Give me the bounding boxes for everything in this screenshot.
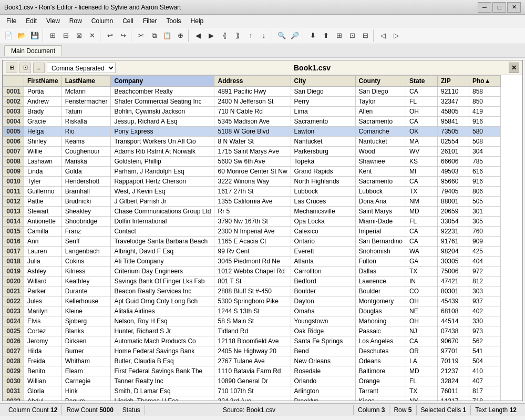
firstname-cell[interactable]: Stewart (24, 207, 62, 217)
col-company[interactable]: Company (111, 76, 214, 87)
col-state[interactable]: State (406, 76, 437, 87)
tb7-button[interactable]: ▶ (205, 29, 218, 42)
zip-cell[interactable]: 70119 (437, 356, 469, 366)
phone-cell[interactable]: 304 (469, 147, 500, 157)
city-cell[interactable]: Omaha (291, 306, 355, 316)
table-row[interactable]: 0006ShirleyKeamsTransport Workers Un Afl… (3, 137, 501, 147)
zip-cell[interactable]: 11217 (437, 396, 469, 401)
lastname-cell[interactable]: Cokins (61, 257, 111, 267)
menu-item-view[interactable]: View (42, 16, 64, 26)
city-cell[interactable]: Lima (291, 107, 355, 117)
state-cell[interactable]: WV (406, 147, 437, 157)
firstname-cell[interactable]: Abdul (24, 396, 62, 401)
phone-cell[interactable]: 806 (469, 187, 500, 197)
address-cell[interactable]: 99 Rv Cent (214, 247, 291, 257)
firstname-cell[interactable]: Tyler (24, 177, 62, 187)
firstname-cell[interactable]: Julia (24, 257, 62, 267)
city-cell[interactable]: Boulder (291, 286, 355, 296)
county-cell[interactable]: Orange (355, 376, 406, 386)
state-cell[interactable]: TX (406, 267, 437, 276)
format-dropdown[interactable]: Comma Separated Tab Separated Fixed Widt… (47, 63, 116, 73)
lastname-cell[interactable]: Shoobridge (61, 217, 111, 227)
sheet-close-button[interactable]: ✕ (509, 63, 519, 73)
address-cell[interactable]: 3045 Piedmont Rd Ne (214, 257, 291, 267)
city-cell[interactable]: San Diego (291, 87, 355, 97)
county-cell[interactable]: Imperial (355, 227, 406, 237)
address-cell[interactable]: 3222 Winona Way (214, 177, 291, 187)
city-cell[interactable]: Bend (291, 346, 355, 356)
table-row[interactable]: 0022JulesKellerhouseApt Guid Orng Cnty L… (3, 296, 501, 306)
tb8-button[interactable]: ⟪ (218, 29, 231, 42)
company-cell[interactable]: Dolfin International (111, 217, 214, 227)
table-row[interactable]: 0002AndrewFenstermacherShafer Commercial… (3, 97, 501, 107)
state-cell[interactable]: CA (406, 87, 437, 97)
open-button[interactable]: 📂 (15, 29, 28, 42)
table-row[interactable]: 0005HelgaRioPony Express5108 W Gore Blvd… (3, 127, 501, 137)
menu-item-column[interactable]: Column (87, 16, 117, 26)
zip-cell[interactable]: 07438 (437, 326, 469, 336)
firstname-cell[interactable]: Freida (24, 356, 62, 366)
firstname-cell[interactable]: Gracie (24, 117, 62, 127)
state-cell[interactable]: OH (406, 316, 437, 326)
lastname-cell[interactable]: Eleam (61, 366, 111, 376)
county-cell[interactable]: Douglas (355, 306, 406, 316)
firstname-cell[interactable]: Ashley (24, 267, 62, 276)
zip-cell[interactable]: 47421 (437, 276, 469, 286)
minimize-button[interactable]: ─ (478, 2, 491, 13)
state-cell[interactable]: LA (406, 356, 437, 366)
address-cell[interactable]: 10890 General Dr (214, 376, 291, 386)
table-row[interactable]: 0009LindaGoldaParham, J Randolph Esq60 M… (3, 167, 501, 177)
lastname-cell[interactable]: Carnegie (61, 376, 111, 386)
state-cell[interactable]: OH (406, 107, 437, 117)
table-row[interactable]: 0027HildaBurnerHome Federal Savings Bank… (3, 346, 501, 356)
company-cell[interactable]: Bohlin, Cywinski Jackson (111, 107, 214, 117)
county-cell[interactable]: Lawrence (355, 276, 406, 286)
state-cell[interactable]: OK (406, 127, 437, 137)
county-cell[interactable]: San Diego (355, 87, 406, 97)
maximize-button[interactable]: □ (492, 2, 506, 13)
lastname-cell[interactable]: Kleine (61, 306, 111, 316)
table-row[interactable]: 0001PortiaMcfannBeachcomber Realty4891 P… (3, 87, 501, 97)
city-cell[interactable]: Nantucket (291, 137, 355, 147)
company-cell[interactable]: West, J Kevin Esq (111, 187, 214, 197)
zip-cell[interactable]: 33054 (437, 217, 469, 227)
address-cell[interactable]: 5345 Madison Ave (214, 117, 291, 127)
company-cell[interactable]: Butler, Claudia B Esq (111, 356, 214, 366)
state-cell[interactable]: MI (406, 167, 437, 177)
table-container[interactable]: FirstName LastName Company Address City … (3, 75, 522, 401)
zip-cell[interactable]: 49503 (437, 167, 469, 177)
firstname-cell[interactable]: Jules (24, 296, 62, 306)
county-cell[interactable]: San Bernardino (355, 237, 406, 247)
tb14-button[interactable]: ⊟ (359, 29, 372, 42)
tb4-button[interactable]: ✕ (86, 29, 98, 42)
menu-item-row[interactable]: Row (65, 16, 86, 26)
lastname-cell[interactable]: Tatum (61, 107, 111, 117)
phone-cell[interactable]: 812 (469, 276, 500, 286)
county-cell[interactable]: Orleans (355, 356, 406, 366)
zip-cell[interactable]: 32824 (437, 376, 469, 386)
company-cell[interactable]: J Gilbert Parrish Jr (111, 197, 214, 207)
state-cell[interactable]: GA (406, 257, 437, 267)
phone-cell[interactable]: 505 (469, 197, 500, 207)
state-cell[interactable]: WA (406, 247, 437, 257)
firstname-cell[interactable]: Camilla (24, 227, 62, 237)
firstname-cell[interactable]: Willard (24, 276, 62, 286)
zip-cell[interactable]: 20659 (437, 207, 469, 217)
state-cell[interactable]: OR (406, 346, 437, 356)
company-cell[interactable]: Apt Guid Orng Cnty Long Bch (111, 296, 214, 306)
firstname-cell[interactable]: Antionette (24, 217, 62, 227)
zip-cell[interactable]: 88001 (437, 197, 469, 207)
firstname-cell[interactable]: Willian (24, 376, 62, 386)
col-city[interactable]: City (291, 76, 355, 87)
menu-item-filter[interactable]: Filter (139, 16, 161, 26)
county-cell[interactable]: Los Angeles (355, 336, 406, 346)
county-cell[interactable]: Boulder (355, 286, 406, 296)
phone-cell[interactable]: 785 (469, 157, 500, 167)
address-cell[interactable]: 224 3rd Ave (214, 396, 291, 401)
cut-button[interactable]: ✂ (135, 29, 147, 42)
lastname-cell[interactable]: Senff (61, 237, 111, 247)
city-cell[interactable]: Bedford (291, 276, 355, 286)
address-cell[interactable]: 1012 Webbs Chapel Rd (214, 267, 291, 276)
lastname-cell[interactable]: Franz (61, 227, 111, 237)
address-cell[interactable]: 2888 Bluff St #-450 (214, 286, 291, 296)
